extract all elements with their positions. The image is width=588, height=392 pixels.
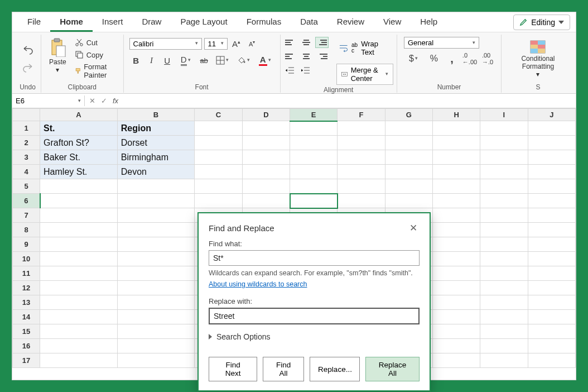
tab-data[interactable]: Data [291, 12, 327, 32]
align-left-button[interactable] [284, 51, 297, 62]
tab-home[interactable]: Home [50, 12, 93, 32]
cell-I17[interactable] [480, 353, 528, 368]
fx-icon[interactable]: fx [113, 97, 118, 105]
cell-C6[interactable] [195, 194, 242, 208]
cell-I15[interactable] [480, 324, 528, 339]
close-button[interactable]: ✕ [407, 221, 420, 235]
cell-B5[interactable] [117, 179, 195, 194]
row-header-11[interactable]: 11 [13, 266, 40, 281]
copy-button[interactable]: Copy [73, 49, 120, 60]
cell-G1[interactable] [385, 121, 432, 136]
cell-A11[interactable] [40, 266, 118, 281]
row-header-7[interactable]: 7 [13, 208, 40, 223]
cell-I1[interactable] [480, 121, 528, 136]
cell-A1[interactable]: St. [40, 121, 118, 136]
cell-D6[interactable] [242, 194, 290, 208]
row-header-16[interactable]: 16 [13, 339, 40, 353]
cell-C2[interactable] [195, 136, 242, 150]
cell-A5[interactable] [40, 179, 118, 194]
cell-G6[interactable] [385, 194, 432, 208]
cell-B14[interactable] [117, 310, 195, 324]
paste-button[interactable]: Paste ▾ [45, 36, 71, 76]
cell-I5[interactable] [480, 179, 528, 194]
decrease-font-button[interactable]: A▾ [245, 37, 259, 50]
tab-page-layout[interactable]: Page Layout [171, 12, 237, 32]
cell-B17[interactable] [117, 353, 195, 368]
cell-B3[interactable]: Birmingham [117, 150, 195, 165]
cell-C5[interactable] [195, 179, 242, 194]
cell-F1[interactable] [338, 121, 385, 136]
cell-B8[interactable] [117, 223, 195, 237]
row-header-8[interactable]: 8 [13, 223, 40, 237]
find-all-button[interactable]: Find All [263, 357, 304, 381]
cell-H3[interactable] [432, 150, 480, 165]
cell-E2[interactable] [290, 136, 338, 150]
percent-format-button[interactable]: % [427, 52, 441, 65]
tab-view[interactable]: View [374, 12, 411, 32]
font-size-combo[interactable]: 11 ▾ [204, 38, 228, 50]
cell-C4[interactable] [195, 165, 242, 179]
cell-B9[interactable] [117, 237, 195, 252]
cell-H10[interactable] [432, 252, 480, 266]
column-header-I[interactable]: I [480, 109, 528, 121]
search-options-toggle[interactable]: Search Options [209, 332, 420, 341]
borders-button[interactable]: ▾ [213, 54, 232, 67]
row-header-3[interactable]: 3 [13, 150, 40, 165]
cell-A15[interactable] [40, 324, 118, 339]
cell-A2[interactable]: Grafton St? [40, 136, 118, 150]
cell-J1[interactable] [528, 121, 575, 136]
cell-F3[interactable] [338, 150, 385, 165]
cell-D3[interactable] [242, 150, 290, 165]
cell-I3[interactable] [480, 150, 528, 165]
cell-J7[interactable] [528, 208, 575, 223]
increase-font-button[interactable]: A▴ [230, 37, 243, 50]
cell-H2[interactable] [432, 136, 480, 150]
format-painter-button[interactable]: Format Painter [73, 61, 120, 80]
tab-formulas[interactable]: Formulas [237, 12, 291, 32]
cell-G2[interactable] [385, 136, 432, 150]
cell-J16[interactable] [528, 339, 575, 353]
merge-center-button[interactable]: Merge & Center ▾ [336, 64, 393, 85]
cell-A7[interactable] [40, 208, 118, 223]
cell-J8[interactable] [528, 223, 575, 237]
column-header-H[interactable]: H [432, 109, 480, 121]
strikethrough-button[interactable]: ab [197, 54, 211, 67]
row-header-5[interactable]: 5 [13, 179, 40, 194]
cell-A17[interactable] [40, 353, 118, 368]
redo-button[interactable] [21, 61, 35, 75]
cell-B12[interactable] [117, 281, 195, 295]
decrease-decimal-button[interactable]: .00→.0 [481, 52, 494, 65]
row-header-14[interactable]: 14 [13, 310, 40, 324]
cell-F6[interactable] [338, 194, 385, 208]
cell-E6[interactable] [290, 194, 338, 208]
cell-I6[interactable] [480, 194, 528, 208]
cell-H9[interactable] [432, 237, 480, 252]
cell-A16[interactable] [40, 339, 118, 353]
tab-review[interactable]: Review [327, 12, 374, 32]
row-header-15[interactable]: 15 [13, 324, 40, 339]
row-header-4[interactable]: 4 [13, 165, 40, 179]
cell-J14[interactable] [528, 310, 575, 324]
cell-I7[interactable] [480, 208, 528, 223]
cell-A3[interactable]: Baker St. [40, 150, 118, 165]
cell-B6[interactable] [117, 194, 195, 208]
accounting-format-button[interactable]: $▾ [404, 52, 423, 65]
row-header-10[interactable]: 10 [13, 252, 40, 266]
cell-D1[interactable] [242, 121, 290, 136]
name-box[interactable]: E6 ▾ [12, 95, 85, 106]
cell-J17[interactable] [528, 353, 575, 368]
cell-I9[interactable] [480, 237, 528, 252]
cell-A6[interactable] [40, 194, 118, 208]
cell-B13[interactable] [117, 295, 195, 310]
column-header-J[interactable]: J [528, 109, 575, 121]
italic-button[interactable]: I [145, 54, 158, 67]
row-header-12[interactable]: 12 [13, 281, 40, 295]
wildcard-help-link[interactable]: About using wildcards to search [209, 280, 420, 288]
cell-B7[interactable] [117, 208, 195, 223]
find-next-button[interactable]: Find Next [209, 357, 257, 381]
tab-insert[interactable]: Insert [93, 12, 133, 32]
cell-C1[interactable] [195, 121, 242, 136]
number-format-combo[interactable]: General ▾ [404, 37, 479, 49]
cell-I12[interactable] [480, 281, 528, 295]
fill-color-button[interactable]: ▾ [234, 54, 253, 67]
